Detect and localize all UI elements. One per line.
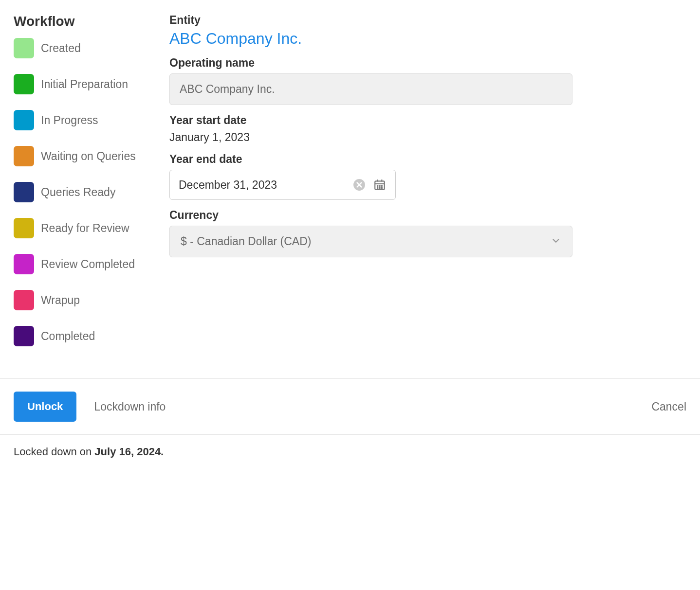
entity-name-link[interactable]: ABC Company Inc. [169, 30, 302, 48]
workflow-item-review-completed[interactable]: Review Completed [14, 254, 169, 274]
operating-name-field: Operating name ABC Company Inc. [169, 56, 682, 105]
workflow-swatch [14, 38, 34, 58]
workflow-swatch [14, 218, 34, 238]
workflow-title: Workflow [14, 14, 169, 29]
workflow-item-label: Review Completed [41, 258, 135, 271]
workflow-item-label: Created [41, 42, 81, 55]
workflow-sidebar: Workflow CreatedInitial PreparationIn Pr… [14, 14, 169, 362]
locked-status: Locked down on July 16, 2024. [0, 434, 700, 469]
workflow-item-label: Wrapup [41, 294, 80, 307]
entity-heading: Entity [169, 14, 682, 27]
workflow-item-completed[interactable]: Completed [14, 326, 169, 346]
currency-select[interactable]: $ - Canadian Dollar (CAD) [169, 226, 572, 257]
workflow-item-in-progress[interactable]: In Progress [14, 110, 169, 130]
workflow-item-label: Initial Preparation [41, 78, 128, 91]
year-end-value: December 31, 2023 [179, 179, 346, 192]
year-start-value: January 1, 2023 [169, 131, 682, 144]
svg-point-8 [377, 188, 378, 189]
year-end-field: Year end date December 31, 2023 [169, 153, 682, 200]
workflow-item-waiting-on-queries[interactable]: Waiting on Queries [14, 146, 169, 166]
year-start-field: Year start date January 1, 2023 [169, 114, 682, 144]
operating-name-label: Operating name [169, 56, 682, 70]
workflow-item-label: Queries Ready [41, 186, 115, 199]
workflow-list: CreatedInitial PreparationIn ProgressWai… [14, 38, 169, 346]
unlock-button[interactable]: Unlock [14, 392, 76, 422]
workflow-swatch [14, 182, 34, 202]
workflow-item-initial-preparation[interactable]: Initial Preparation [14, 74, 169, 94]
workflow-item-ready-for-review[interactable]: Ready for Review [14, 218, 169, 238]
workflow-item-queries-ready[interactable]: Queries Ready [14, 182, 169, 202]
workflow-swatch [14, 290, 34, 310]
footer-bar: Unlock Lockdown info Cancel [0, 379, 700, 434]
workflow-swatch [14, 146, 34, 166]
calendar-icon[interactable] [373, 178, 387, 192]
workflow-item-label: Ready for Review [41, 222, 129, 235]
operating-name-input[interactable]: ABC Company Inc. [169, 73, 572, 105]
currency-field: Currency $ - Canadian Dollar (CAD) [169, 209, 682, 257]
chevron-down-icon [551, 235, 561, 248]
workflow-item-label: Completed [41, 330, 95, 343]
year-start-label: Year start date [169, 114, 682, 127]
workflow-item-label: In Progress [41, 114, 98, 127]
year-end-label: Year end date [169, 153, 682, 166]
cancel-link[interactable]: Cancel [651, 400, 686, 413]
svg-point-5 [377, 185, 378, 186]
svg-point-7 [381, 185, 382, 186]
svg-point-9 [379, 188, 380, 189]
workflow-item-wrapup[interactable]: Wrapup [14, 290, 169, 310]
svg-point-10 [381, 188, 382, 189]
svg-point-6 [379, 185, 380, 186]
entity-form: Entity ABC Company Inc. Operating name A… [169, 14, 686, 362]
main-container: Workflow CreatedInitial PreparationIn Pr… [0, 0, 700, 362]
currency-label: Currency [169, 209, 682, 222]
locked-date: July 16, 2024. [94, 446, 164, 458]
workflow-swatch [14, 110, 34, 130]
clear-date-icon[interactable] [352, 178, 366, 192]
currency-value: $ - Canadian Dollar (CAD) [181, 235, 551, 248]
workflow-swatch [14, 74, 34, 94]
lockdown-info-link[interactable]: Lockdown info [94, 400, 166, 413]
workflow-swatch [14, 326, 34, 346]
year-end-input[interactable]: December 31, 2023 [169, 170, 396, 200]
workflow-item-label: Waiting on Queries [41, 150, 136, 163]
workflow-swatch [14, 254, 34, 274]
locked-prefix: Locked down on [14, 446, 94, 458]
workflow-item-created[interactable]: Created [14, 38, 169, 58]
